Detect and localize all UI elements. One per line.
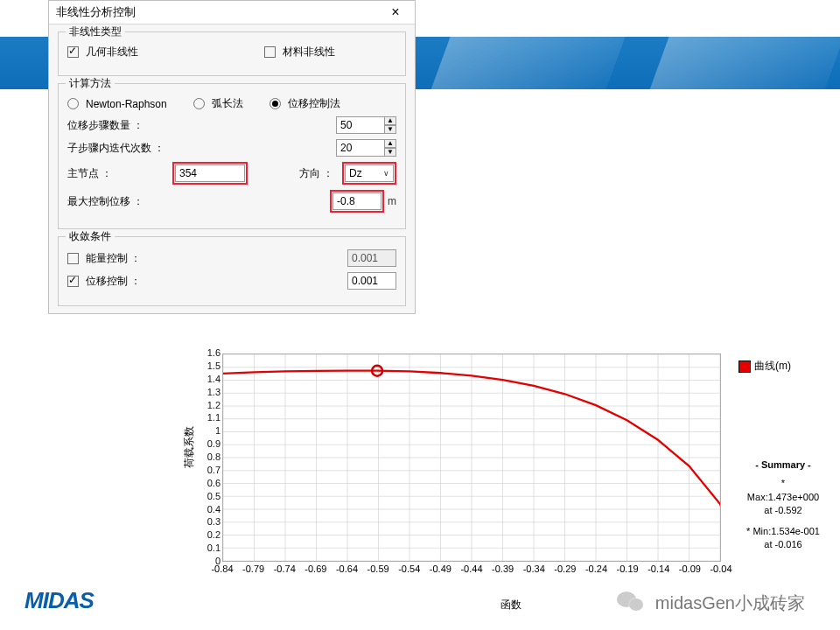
chart-area: 荷载系数 00.10.20.30.40.50.60.70.80.911.11.2… — [187, 354, 835, 597]
radio-icon — [67, 98, 79, 109]
unit-label: m — [388, 195, 396, 207]
disp-tol-input[interactable] — [347, 272, 396, 290]
highlight-box: Dz ∨ — [342, 162, 396, 185]
chart-legend: 曲线(m) — [738, 359, 835, 374]
master-node-input[interactable] — [175, 164, 245, 182]
master-node-label: 主节点 ： — [67, 166, 172, 181]
spin-up-icon[interactable]: ▲ — [384, 116, 396, 125]
group-title: 收敛条件 — [66, 229, 115, 244]
radio-icon — [193, 98, 205, 109]
iter-input[interactable] — [336, 139, 385, 157]
legend-swatch — [738, 360, 751, 373]
group-convergence: 收敛条件 能量控制 ： 位移控制 ： — [58, 236, 406, 306]
disp-control-radio[interactable]: 位移控制法 — [270, 96, 340, 111]
highlight-box — [172, 162, 248, 185]
dialog-titlebar[interactable]: 非线性分析控制 × — [49, 1, 415, 24]
wechat-watermark: midasGen小成砖家 — [617, 590, 805, 616]
checkbox-icon — [264, 46, 276, 58]
geom-nonlinear-checkbox[interactable]: 几何非线性 — [67, 45, 138, 60]
checkbox-icon — [67, 276, 79, 287]
spin-up-icon[interactable]: ▲ — [384, 139, 396, 148]
steps-label: 位移步骤数量 ： — [67, 118, 172, 133]
chevron-down-icon: ∨ — [383, 169, 389, 178]
nonlinear-analysis-dialog: 非线性分析控制 × 非线性类型 几何非线性 材料非线性 计算方法 Newton-… — [48, 0, 416, 314]
group-title: 计算方法 — [66, 76, 115, 91]
energy-control-checkbox[interactable]: 能量控制 ： — [67, 251, 141, 266]
wechat-icon — [617, 590, 650, 616]
x-axis-title: 函数 — [500, 598, 522, 612]
energy-tol-input — [347, 249, 396, 267]
spin-down-icon[interactable]: ▼ — [384, 148, 396, 157]
midas-logo: MIDAS — [24, 587, 94, 614]
max-disp-label: 最大控制位移 ： — [67, 194, 172, 209]
close-icon[interactable]: × — [383, 4, 408, 20]
chart-plot — [222, 354, 721, 562]
chart-summary: - Summary - * Max:1.473e+000 at -0.592 *… — [732, 458, 835, 551]
group-nonlinear-type: 非线性类型 几何非线性 材料非线性 — [58, 32, 406, 76]
y-axis-title: 荷载系数 — [182, 426, 197, 468]
arc-length-radio[interactable]: 弧长法 — [193, 96, 243, 111]
max-disp-input[interactable] — [332, 192, 382, 210]
steps-stepper[interactable]: ▲▼ — [336, 116, 396, 134]
y-axis-ticks: 00.10.20.30.40.50.60.70.80.911.11.21.31.… — [198, 348, 220, 567]
iter-stepper[interactable]: ▲▼ — [336, 139, 396, 157]
material-nonlinear-checkbox[interactable]: 材料非线性 — [264, 45, 335, 60]
highlight-box — [330, 190, 384, 213]
dialog-title: 非线性分析控制 — [56, 4, 136, 20]
disp-control-checkbox[interactable]: 位移控制 ： — [67, 274, 141, 289]
steps-input[interactable] — [336, 116, 385, 134]
iter-label: 子步骤内迭代次数 ： — [67, 141, 172, 156]
direction-label: 方向 ： — [299, 166, 333, 181]
newton-raphson-radio[interactable]: Newton-Raphson — [67, 98, 167, 110]
group-title: 非线性类型 — [66, 24, 125, 39]
spin-down-icon[interactable]: ▼ — [384, 125, 396, 134]
checkbox-icon — [67, 46, 79, 58]
checkbox-icon — [67, 253, 79, 264]
direction-select[interactable]: Dz ∨ — [345, 164, 394, 182]
group-method: 计算方法 Newton-Raphson 弧长法 位移控制法 位移步骤数量 ： ▲ — [58, 83, 406, 229]
radio-icon — [270, 98, 281, 109]
